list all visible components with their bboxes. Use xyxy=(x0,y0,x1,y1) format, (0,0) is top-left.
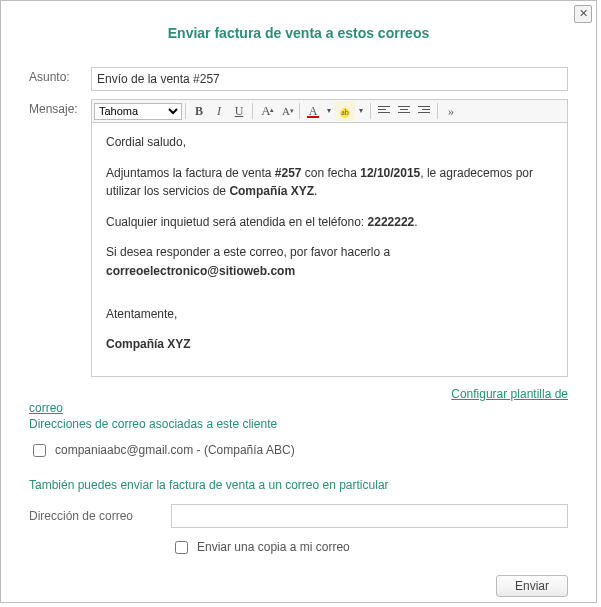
font-color-dropdown[interactable]: ▾ xyxy=(323,101,335,121)
font-color-button[interactable]: A xyxy=(303,101,323,121)
body-greeting: Cordial saludo, xyxy=(106,133,553,152)
subject-row: Asunto: xyxy=(29,67,568,91)
associated-emails-label: Direcciones de correo asociadas a este c… xyxy=(29,417,568,431)
address-input[interactable] xyxy=(171,504,568,528)
subject-input[interactable] xyxy=(91,67,568,91)
configure-template-link-line2[interactable]: correo xyxy=(29,401,63,415)
message-label: Mensaje: xyxy=(29,99,91,116)
font-family-select[interactable]: Tahoma xyxy=(94,103,182,120)
configure-template-link[interactable]: Configurar plantilla de xyxy=(451,387,568,401)
address-label: Dirección de correo xyxy=(29,509,157,523)
body-line3: Si desea responder a este correo, por fa… xyxy=(106,243,553,280)
align-right-button[interactable] xyxy=(414,101,434,121)
body-signoff: Atentamente, xyxy=(106,305,553,324)
highlight-button[interactable]: ab xyxy=(335,101,355,121)
toolbar-separator xyxy=(437,103,438,119)
address-row: Dirección de correo xyxy=(29,504,568,528)
toolbar-separator xyxy=(299,103,300,119)
toolbar-separator xyxy=(185,103,186,119)
recipient-checkbox[interactable] xyxy=(33,444,46,457)
send-button[interactable]: Enviar xyxy=(496,575,568,597)
body-line1: Adjuntamos la factura de venta #257 con … xyxy=(106,164,553,201)
dialog-title: Enviar factura de venta a estos correos xyxy=(29,25,568,41)
message-row: Mensaje: Tahoma B I U A▴ A▾ A ▾ ab ▾ xyxy=(29,99,568,377)
copy-me-row: Enviar una copia a mi correo xyxy=(171,538,568,557)
decrease-font-button[interactable]: A▾ xyxy=(276,101,296,121)
copy-me-checkbox[interactable] xyxy=(175,541,188,554)
toolbar-separator xyxy=(370,103,371,119)
editor-toolbar: Tahoma B I U A▴ A▾ A ▾ ab ▾ » xyxy=(91,99,568,123)
underline-button[interactable]: U xyxy=(229,101,249,121)
message-body[interactable]: Cordial saludo, Adjuntamos la factura de… xyxy=(91,123,568,377)
body-signature: Compañía XYZ xyxy=(106,335,553,354)
align-center-button[interactable] xyxy=(394,101,414,121)
subject-label: Asunto: xyxy=(29,67,91,84)
bold-button[interactable]: B xyxy=(189,101,209,121)
rich-editor: Tahoma B I U A▴ A▾ A ▾ ab ▾ » xyxy=(91,99,568,377)
highlight-dropdown[interactable]: ▾ xyxy=(355,101,367,121)
align-left-button[interactable] xyxy=(374,101,394,121)
copy-me-label: Enviar una copia a mi correo xyxy=(197,540,350,554)
toolbar-separator xyxy=(252,103,253,119)
send-invoice-dialog: ✕ Enviar factura de venta a estos correo… xyxy=(0,0,597,603)
recipient-item: companiaabc@gmail.com - (Compañía ABC) xyxy=(29,441,568,460)
body-line2: Cualquier inquietud será atendida en el … xyxy=(106,213,553,232)
extra-email-hint: También puedes enviar la factura de vent… xyxy=(29,478,568,492)
increase-font-button[interactable]: A▴ xyxy=(256,101,276,121)
close-icon[interactable]: ✕ xyxy=(574,5,592,23)
dialog-footer: Enviar xyxy=(29,575,568,597)
recipient-text: companiaabc@gmail.com - (Compañía ABC) xyxy=(55,443,295,457)
more-tools-button[interactable]: » xyxy=(441,101,461,121)
italic-button[interactable]: I xyxy=(209,101,229,121)
